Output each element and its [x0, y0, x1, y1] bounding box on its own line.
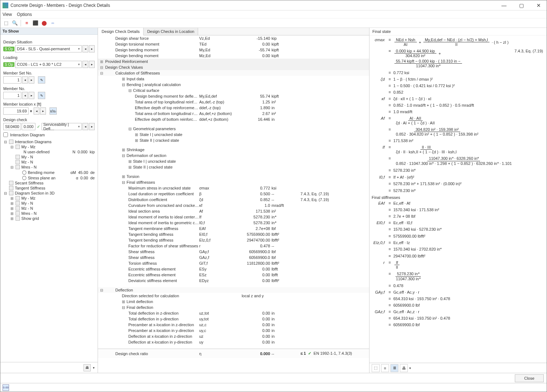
toolbar-zoom-icon[interactable]: 🔍: [11, 20, 18, 27]
group-deflection[interactable]: ⊟Deflection: [98, 287, 369, 293]
next-loading[interactable]: ▸: [89, 61, 95, 68]
group-provided-reinforcement[interactable]: ⊞Provided Reinforcement: [98, 59, 369, 64]
next-design-situation[interactable]: ▸: [89, 45, 95, 52]
tree-my-mz: My - Mz: [21, 145, 35, 149]
combo-loading[interactable]: CO26 - LC1 + 0.30 * LC2 ▾: [15, 61, 82, 68]
prev-design-situation[interactable]: ◂: [82, 45, 88, 52]
pick-member-set-icon[interactable]: ✎: [38, 76, 45, 84]
pick-member-icon[interactable]: ✎: [38, 92, 45, 99]
check-ok-icon: ✓: [37, 124, 40, 129]
combo-design-check[interactable]: Serviceability | Defl… ▾: [42, 123, 82, 130]
group-final-stiff[interactable]: ⊟Final stiffnesses: [98, 179, 369, 185]
table-row: Deflection at x-location in y-directionu…: [98, 339, 369, 345]
status-icon[interactable]: 0.00: [3, 384, 9, 391]
eq-ref: 7.4.3, Eq. (7.19): [503, 49, 543, 53]
table-row: Deviatoric stiffness elementEDyz0.00lbff…: [98, 278, 369, 284]
chevron-down-icon: ▾: [78, 125, 80, 128]
group-final-deflection[interactable]: ⊟Final deflection: [98, 304, 369, 310]
combo-design-situation[interactable]: DS4 - SLS - Quasi-permanent ▾: [15, 45, 82, 52]
menu-options[interactable]: Options: [17, 12, 32, 17]
chevron-down-icon: ▾: [78, 47, 80, 51]
tree-n-user-defined: N user-defined: [23, 150, 50, 154]
group-torsion[interactable]: ⊞Torsion: [98, 174, 369, 179]
group-shrinkage[interactable]: ⊞Shrinkage: [98, 147, 369, 153]
app-icon: [3, 3, 8, 8]
table-row: Effective depth of top reinforcement (fo…: [98, 105, 369, 111]
group-deformation[interactable]: ⊟Deformation of section: [98, 153, 369, 158]
input-member-no[interactable]: [3, 92, 21, 99]
group-state2-geom[interactable]: ⊞State II | cracked state: [98, 137, 369, 143]
sop-tag: S Op: [3, 47, 14, 51]
table-row: Tangent membrane stiffnessEAf2.7e+08lbf: [98, 226, 369, 231]
label-loading: Loading: [3, 55, 95, 60]
next-member[interactable]: ▸: [29, 92, 34, 99]
label-design-check: Design check: [3, 118, 95, 122]
eq-sigma-max-lhs: σmax: [372, 38, 386, 42]
prev-member-set[interactable]: ◂: [22, 76, 28, 84]
table-row: Design shear forceVz,Ed-15.140kip: [98, 35, 369, 41]
table-row: Precamber at x-location in z-directionuz…: [98, 322, 369, 328]
table-row: Effective depth of bottom reinforcement …: [98, 116, 369, 122]
tree-tangent: Tangent Stiffness: [15, 186, 45, 190]
table-row: Design torsional momentTEd0.00kipft: [98, 41, 369, 47]
toolbar-sep: [21, 20, 21, 26]
window-title: Concrete Design - Members - Design Check…: [10, 3, 498, 8]
prev-member[interactable]: ◂: [22, 92, 28, 99]
label-member-location: Member location x [ft]: [3, 102, 95, 106]
left-panel: To Show Design Situation S Op DS4 - SLS …: [0, 28, 98, 373]
tree-mres-n: Mres - N: [21, 165, 37, 169]
group-state1-geom[interactable]: ⊞State I | uncracked state: [98, 132, 369, 137]
table-row: Load duration or repetition coefficientβ…: [98, 191, 369, 197]
right-scroll[interactable]: σmax = NEd + NshAI + My,Ed,def − NEd · (…: [369, 35, 547, 363]
chevron-down-icon[interactable]: ▾: [93, 366, 95, 370]
group-input-data[interactable]: ⊞Input data: [98, 76, 369, 82]
tree-stress-plane: Stress plane an: [28, 176, 55, 180]
label-member-set-no: Member Set No.: [3, 71, 95, 75]
table-row: Torsion stiffnessGIT,f11812800.00lbfft²: [98, 260, 369, 266]
close-button[interactable]: Close: [515, 374, 544, 382]
group-geom-params[interactable]: ⊟Geometrical parameters: [98, 126, 369, 132]
next-design-check[interactable]: ▸: [89, 123, 95, 130]
location-xx0-icon[interactable]: x/x₀: [50, 107, 57, 115]
combo-design-situation-value: DS4 - SLS - Quasi-permanent: [17, 47, 70, 51]
input-member-location[interactable]: [3, 107, 29, 115]
prev-loading[interactable]: ◂: [82, 61, 88, 68]
tree-show-grid: Show grid: [21, 216, 39, 221]
prev-location[interactable]: ◂: [34, 107, 39, 115]
maximize-button[interactable]: ▢: [516, 2, 527, 9]
row-direction-selected: Direction selected for calculationlocal …: [98, 293, 369, 299]
group-state2-def[interactable]: ⊞State II | cracked state: [98, 164, 369, 170]
print-icon[interactable]: 🖶: [84, 364, 91, 371]
input-member-set-no[interactable]: [3, 76, 21, 84]
group-calc-stiff[interactable]: ⊟Calculation of Stiffnesses: [98, 70, 369, 76]
right-panel: Final state σmax = NEd + NshAI + My,Ed,d…: [369, 28, 547, 373]
toolbar-beam-icon[interactable]: ⎓: [49, 20, 56, 27]
table-row: Ideal moment of inertia to ideal center …: [98, 214, 369, 220]
next-member-set[interactable]: ▸: [29, 76, 34, 84]
center-panel: Design Check Details Design Checks in Lo…: [98, 28, 369, 373]
toolbar-section-icon[interactable]: ⬤: [40, 20, 48, 27]
toolbar-diagram-icon[interactable]: ⬛: [32, 20, 39, 27]
right-tool-2-icon[interactable]: ≡: [381, 364, 389, 372]
group-bending-analytical[interactable]: ⊟Bending | analytical calculation: [98, 82, 369, 88]
right-tool-1-icon[interactable]: ⬚: [372, 364, 380, 372]
tab-design-checks-in-location[interactable]: Design Checks in Location: [144, 28, 198, 35]
toolbar-results-icon[interactable]: ≡: [23, 20, 30, 27]
group-state1-def[interactable]: ⊞State I | uncracked state: [98, 158, 369, 164]
close-window-button[interactable]: ✕: [533, 2, 544, 9]
chevron-down-icon[interactable]: ▾: [409, 366, 411, 370]
center-scroll[interactable]: Design shear forceVz,Ed-15.140kipDesign …: [98, 35, 369, 373]
group-design-check-values[interactable]: ⊟Design Check Values: [98, 64, 369, 70]
toolbar-select-icon[interactable]: ⬚: [3, 20, 10, 27]
checkbox-interaction-diagram[interactable]: [3, 132, 8, 137]
combo-design-check-value: Serviceability | Defl…: [43, 122, 80, 131]
tab-design-check-details[interactable]: Design Check Details: [98, 28, 144, 35]
minimize-button[interactable]: —: [498, 2, 510, 9]
menu-view[interactable]: View: [3, 12, 12, 17]
right-print-icon[interactable]: 🖶: [400, 364, 408, 372]
next-location[interactable]: ▸: [40, 107, 46, 115]
group-limit-deflection[interactable]: ⊞Limit deflection: [98, 299, 369, 304]
right-tool-3-icon[interactable]: ≣: [390, 364, 398, 372]
group-critical-surface[interactable]: ⊟Critical surface: [98, 88, 369, 93]
prev-design-check[interactable]: ◂: [82, 123, 88, 130]
